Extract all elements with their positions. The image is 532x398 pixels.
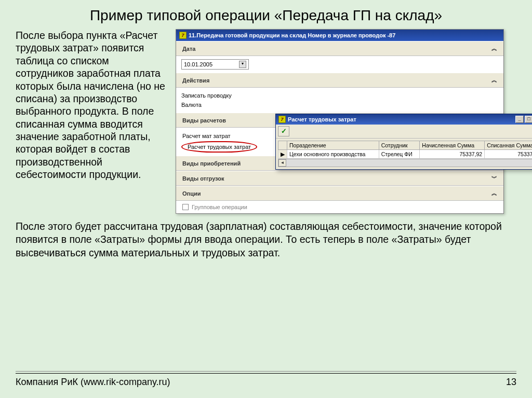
slide-footer: Компания РиК (www.rik-company.ru) 13: [16, 373, 516, 388]
section-acquisitions-label: Виды приобретений: [182, 160, 241, 167]
window-title: 11.Передача готовой продукции на склад Н…: [189, 32, 395, 38]
confirm-button[interactable]: ✓: [278, 126, 289, 136]
group-ops-label: Групповые операции: [192, 204, 247, 210]
cell-accrued[interactable]: 75337,92: [420, 150, 485, 159]
chevron-up-icon: ︽: [491, 76, 497, 84]
chevron-up-icon: ︽: [491, 189, 497, 197]
cell-employee[interactable]: Стрелец ФИ: [379, 150, 420, 159]
footer-page-number: 13: [506, 377, 516, 388]
col-written[interactable]: Списанная Сумма: [485, 141, 532, 150]
section-actions-label: Действия: [182, 77, 209, 84]
col-accrued[interactable]: Начисленная Сумма: [420, 141, 485, 150]
main-titlebar: 7 11.Передача готовой продукции на склад…: [176, 30, 503, 41]
date-input[interactable]: 10.01.2005 ▼: [181, 59, 249, 70]
section-date-label: Дата: [182, 46, 195, 52]
col-employee[interactable]: Сотрудник: [379, 141, 420, 150]
section-shipments-label: Виды отгрузок: [182, 175, 224, 182]
labor-calc-popup: 7 Расчет трудовых затрат _ □ × ✓ Поразде…: [275, 114, 532, 170]
col-department[interactable]: Поразделение: [287, 141, 379, 150]
cell-written[interactable]: 75337,92: [485, 150, 532, 159]
scroll-left-icon[interactable]: ◄: [278, 159, 286, 167]
minimize-button[interactable]: _: [515, 116, 524, 123]
section-actions-header[interactable]: Действия ︽: [176, 73, 503, 88]
calc-labor[interactable]: Расчет трудовых затрат: [181, 141, 257, 153]
section-options-header[interactable]: Опции ︽: [176, 186, 503, 201]
section-calctypes-label: Виды расчетов: [182, 117, 226, 123]
row-indicator-icon: ▶: [278, 150, 287, 159]
chevron-up-icon: ︽: [491, 45, 497, 52]
slide-title: Пример типовой операции «Передача ГП на …: [0, 0, 532, 27]
bottom-paragraph: После этого будет рассчитана трудовая (з…: [0, 214, 532, 259]
action-currency[interactable]: Валюта: [181, 100, 498, 109]
chevron-down-icon: ︾: [491, 174, 497, 182]
left-paragraph: После выбора пункта «Расчет трудовых зат…: [16, 29, 166, 214]
date-dropdown-button[interactable]: ▼: [239, 61, 246, 68]
app-icon: 7: [179, 32, 187, 39]
action-write-entry[interactable]: Записать проводку: [181, 91, 498, 100]
horizontal-scrollbar[interactable]: ◄ ►: [278, 159, 532, 167]
app-icon: 7: [278, 116, 286, 123]
section-date-header[interactable]: Дата ︽: [176, 41, 503, 56]
section-options-label: Опции: [182, 190, 201, 197]
date-value: 10.01.2005: [184, 61, 212, 67]
section-shipments-header[interactable]: Виды отгрузок ︾: [176, 171, 503, 186]
maximize-button[interactable]: □: [525, 116, 532, 123]
cell-department[interactable]: Цехи основного производства: [287, 150, 379, 159]
group-ops-checkbox[interactable]: [182, 204, 189, 210]
table-row[interactable]: ▶ Цехи основного производства Стрелец ФИ…: [278, 150, 533, 159]
labor-grid: Поразделение Сотрудник Начисленная Сумма…: [278, 141, 532, 159]
footer-company: Компания РиК (www.rik-company.ru): [16, 377, 170, 388]
popup-title: Расчет трудовых затрат: [288, 116, 356, 122]
